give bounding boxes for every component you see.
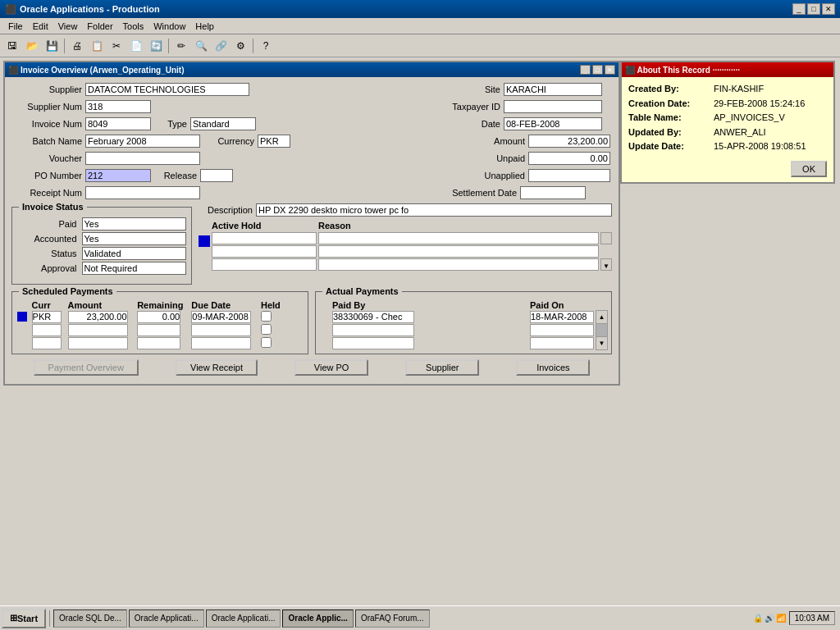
- unpaid-input[interactable]: [528, 152, 610, 165]
- unapplied-input[interactable]: [528, 169, 610, 182]
- hold-col1-header: Active Hold: [212, 221, 318, 231]
- toolbar-btn8[interactable]: 🔗: [212, 37, 230, 55]
- toolbar-btn6[interactable]: ✏: [172, 37, 190, 55]
- menu-tools[interactable]: Tools: [118, 21, 149, 32]
- invoice-window-icon: ⬛: [8, 66, 18, 75]
- start-label: Start: [17, 614, 38, 623]
- hold-reason-1[interactable]: [318, 232, 599, 244]
- actual-row-3: ▼: [319, 336, 608, 349]
- payment-overview-button[interactable]: Payment Overview: [34, 359, 139, 376]
- menu-edit[interactable]: Edit: [28, 21, 53, 32]
- menu-window[interactable]: Window: [148, 21, 190, 32]
- taskbar-item-2[interactable]: Oracle Applicati...: [206, 609, 281, 628]
- supplier-button[interactable]: Supplier: [405, 359, 479, 376]
- taxpayer-id-input[interactable]: [504, 100, 602, 113]
- batch-name-input[interactable]: [85, 135, 200, 148]
- created-by-row: Created By: FIN-KASHIF: [628, 82, 827, 97]
- toolbar-btn4[interactable]: 📄: [127, 37, 145, 55]
- invoices-button[interactable]: Invoices: [516, 359, 590, 376]
- sched3-curr[interactable]: [32, 337, 62, 349]
- hold-reason-2[interactable]: [318, 245, 599, 258]
- scheduled-payments-box: Scheduled Payments Curr Amount Remaining…: [11, 291, 308, 354]
- sched2-curr: [30, 323, 66, 336]
- taskbar-item-4[interactable]: OraFAQ Forum...: [355, 609, 430, 628]
- about-ok-button[interactable]: OK: [791, 161, 827, 177]
- actual2-paidby[interactable]: [332, 324, 414, 336]
- active-hold-area: Active Hold Reason: [199, 221, 612, 271]
- maximize-button[interactable]: □: [807, 3, 820, 15]
- hold-reason-3[interactable]: [318, 258, 599, 271]
- toolbar-new[interactable]: 🖫: [3, 37, 21, 55]
- scheduled-col-curr: Curr: [30, 300, 66, 310]
- hold-table: Active Hold Reason: [212, 221, 612, 271]
- actual-indicator: [319, 310, 331, 323]
- site-input[interactable]: [504, 83, 602, 96]
- actual3-paidon[interactable]: [530, 337, 594, 349]
- invoice-num-label: Invoice Num: [11, 119, 85, 129]
- toolbar-btn2[interactable]: 📋: [88, 37, 106, 55]
- actual2-paidon[interactable]: [530, 324, 594, 336]
- po-number-input[interactable]: [85, 169, 151, 182]
- hold-active-2[interactable]: [212, 245, 317, 258]
- batch-row: Batch Name Currency Amount: [11, 134, 612, 148]
- toolbar-open[interactable]: 📂: [23, 37, 41, 55]
- systray-icon-1: 🔒: [753, 614, 763, 623]
- actual3-paidby[interactable]: [332, 337, 414, 349]
- menu-folder[interactable]: Folder: [82, 21, 117, 32]
- description-input[interactable]: [256, 203, 612, 217]
- sched2-held-check[interactable]: [261, 324, 272, 335]
- scheduled-col-remaining: Remaining: [135, 300, 189, 310]
- release-input[interactable]: [200, 169, 233, 182]
- invoice-maximize[interactable]: □: [592, 65, 603, 75]
- toolbar-btn3[interactable]: ✂: [107, 37, 126, 55]
- invoice-minimize[interactable]: _: [580, 65, 591, 75]
- sched-held-check[interactable]: [261, 311, 272, 322]
- actual-scroll-down[interactable]: ▼: [596, 336, 608, 349]
- toolbar-btn7[interactable]: 🔍: [192, 37, 210, 55]
- minimize-button[interactable]: _: [792, 3, 806, 15]
- currency-input[interactable]: [258, 135, 290, 148]
- menu-view[interactable]: View: [53, 21, 83, 32]
- sched3-remaining[interactable]: [137, 337, 180, 349]
- type-input[interactable]: [190, 117, 256, 130]
- ok-area: OK: [628, 161, 827, 177]
- date-input[interactable]: [504, 117, 602, 130]
- amount-input[interactable]: [528, 135, 610, 148]
- toolbar-btn5[interactable]: 🔄: [147, 37, 165, 55]
- about-icon: ⬛: [625, 66, 635, 75]
- receipt-num-input[interactable]: [85, 186, 200, 199]
- supplier-label: Supplier: [11, 84, 85, 94]
- taskbar-item-1[interactable]: Oracle Applicati...: [129, 609, 204, 628]
- invoice-window-title: ⬛ Invoice Overview (Arwen_Operating_Unit…: [8, 66, 185, 75]
- supplier-num-input[interactable]: [85, 100, 151, 113]
- taskbar-item-3[interactable]: Oracle Applic...: [282, 609, 353, 628]
- toolbar-save[interactable]: 💾: [43, 37, 61, 55]
- supplier-input[interactable]: [85, 83, 249, 96]
- actual-scroll-top[interactable]: ▲: [596, 310, 608, 323]
- menu-file[interactable]: File: [3, 21, 28, 32]
- sched3-duedate[interactable]: [191, 337, 251, 349]
- start-button[interactable]: ⊞ Start: [2, 609, 46, 628]
- voucher-input[interactable]: [85, 152, 200, 165]
- toolbar-btn9[interactable]: ⚙: [231, 37, 249, 55]
- view-po-button[interactable]: View PO: [294, 359, 368, 376]
- toolbar-print[interactable]: 🖨: [68, 37, 86, 55]
- invoice-num-input[interactable]: [85, 117, 151, 130]
- scheduled-col-scroll: [292, 300, 304, 310]
- sched3-held-check[interactable]: [261, 337, 272, 348]
- hold-scroll-down[interactable]: ▼: [600, 258, 612, 271]
- toolbar-help[interactable]: ?: [257, 37, 275, 55]
- close-button[interactable]: ✕: [822, 3, 835, 15]
- payments-section: Scheduled Payments Curr Amount Remaining…: [11, 291, 612, 354]
- settlement-date-input[interactable]: [520, 186, 586, 199]
- hold-active-3[interactable]: [212, 258, 317, 271]
- view-receipt-button[interactable]: View Receipt: [176, 359, 258, 376]
- about-title-label: About This Record: [637, 66, 710, 75]
- hold-indicator: [199, 221, 210, 271]
- invoice-close[interactable]: ✕: [605, 65, 615, 75]
- sched3-amount[interactable]: [68, 337, 128, 349]
- taskbar-item-0[interactable]: Oracle SQL De...: [53, 609, 127, 628]
- hold-active-1[interactable]: [212, 232, 317, 244]
- hold-scrollbar[interactable]: [600, 232, 612, 244]
- menu-help[interactable]: Help: [190, 21, 219, 32]
